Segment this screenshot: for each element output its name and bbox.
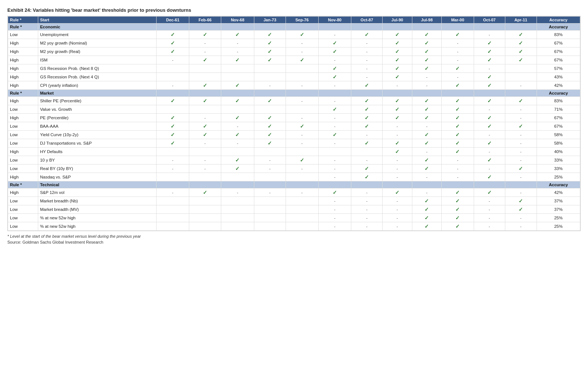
dash-indicator: -: [426, 175, 428, 179]
table-row: Low% at new 52w high---✓✓--25%: [8, 214, 580, 222]
row-data-cell: -: [505, 105, 537, 114]
row-accuracy: 40%: [537, 148, 580, 156]
row-data-cell: ✓: [221, 97, 254, 105]
checkmark-icon: ✓: [455, 115, 460, 121]
section-data-cell: [474, 24, 505, 31]
table-row: LowMarket breadth (MV)---✓✓-✓37%: [8, 205, 580, 214]
checkmark-icon: ✓: [365, 166, 369, 171]
table-row: LowUnemployment✓✓✓✓✓-✓✓✓✓-✓83%: [8, 31, 580, 39]
row-data-cell: -: [351, 214, 383, 222]
row-data-cell: ✓: [412, 156, 441, 164]
row-data-cell: -: [254, 81, 286, 90]
checkmark-icon: ✓: [519, 198, 523, 204]
row-data-cell: ✓: [383, 97, 412, 105]
row-data-cell: ✓: [189, 97, 221, 105]
table-row: HighPE (Percentile)✓-✓✓--✓✓✓✓✓-67%: [8, 114, 580, 122]
dash-indicator: -: [334, 216, 336, 220]
row-data-cell: -: [351, 47, 383, 56]
section-accuracy-header: Accuracy: [537, 181, 580, 188]
dash-indicator: -: [269, 190, 270, 195]
dash-indicator: -: [301, 141, 303, 145]
row-name: BAA-AAA: [38, 122, 156, 131]
row-data-cell: -: [189, 39, 221, 47]
row-accuracy: 67%: [537, 122, 580, 131]
row-data-cell: -: [318, 81, 351, 90]
checkmark-icon: ✓: [268, 32, 272, 38]
checkmark-icon: ✓: [395, 66, 399, 71]
row-data-cell: [254, 73, 286, 81]
row-data-cell: ✓: [383, 105, 412, 114]
row-data-cell: -: [351, 39, 383, 47]
row-data-cell: -: [221, 188, 254, 197]
row-data-cell: ✓: [221, 56, 254, 64]
row-data-cell: ✓: [412, 64, 441, 73]
row-data-cell: ✓: [474, 39, 505, 47]
row-data-cell: -: [505, 131, 537, 139]
checkmark-icon: ✓: [455, 98, 460, 104]
row-data-cell: [286, 205, 319, 214]
checkmark-icon: ✓: [203, 32, 207, 38]
row-data-cell: -: [318, 97, 351, 105]
row-data-cell: -: [505, 148, 537, 156]
checkmark-icon: ✓: [235, 98, 240, 104]
row-data-cell: -: [442, 39, 474, 47]
dash-indicator: -: [334, 158, 336, 162]
row-name: Real BY (10y BY): [38, 164, 156, 173]
checkmark-icon: ✓: [300, 57, 304, 63]
row-data-cell: -: [383, 214, 412, 222]
row-data-cell: -: [351, 131, 383, 139]
row-data-cell: -: [474, 214, 505, 222]
row-rule: High: [8, 188, 38, 197]
row-data-cell: [157, 197, 189, 205]
checkmark-icon: ✓: [171, 32, 175, 38]
row-data-cell: -: [286, 188, 319, 197]
dash-indicator: -: [301, 190, 303, 195]
row-data-cell: ✓: [412, 131, 441, 139]
section-data-cell: [254, 181, 286, 188]
checkmark-icon: ✓: [487, 49, 492, 54]
exhibit-title: Exhibit 24: Variables hitting 'bear mark…: [7, 7, 581, 13]
checkmark-icon: ✓: [395, 57, 399, 63]
row-data-cell: ✓: [157, 139, 189, 148]
dash-indicator: -: [366, 158, 368, 162]
section-data-cell: [474, 181, 505, 188]
row-data-cell: ✓: [254, 97, 286, 105]
row-data-cell: -: [286, 139, 319, 148]
row-data-cell: [505, 64, 537, 73]
checkmark-icon: ✓: [365, 82, 369, 88]
row-data-cell: [221, 205, 254, 214]
row-data-cell: -: [505, 173, 537, 181]
dash-indicator: -: [489, 199, 490, 203]
checkmark-icon: ✓: [487, 190, 492, 195]
col-oct87: Oct-87: [351, 17, 383, 24]
section-name: Technical: [38, 181, 156, 188]
row-data-cell: -: [442, 47, 474, 56]
row-data-cell: ✓: [383, 31, 412, 39]
table-row: HighShiller PE (Percentile)✓✓✓✓--✓✓✓✓✓✓8…: [8, 97, 580, 105]
row-data-cell: [318, 148, 351, 156]
row-accuracy: 83%: [537, 31, 580, 39]
row-data-cell: ✓: [412, 197, 441, 205]
dash-indicator: -: [489, 149, 490, 154]
row-data-cell: -: [157, 156, 189, 164]
checkmark-icon: ✓: [365, 140, 369, 146]
row-data-cell: -: [318, 205, 351, 214]
row-data-cell: -: [383, 122, 412, 131]
row-accuracy: 37%: [537, 205, 580, 214]
row-data-cell: ✓: [442, 139, 474, 148]
row-data-cell: ✓: [505, 56, 537, 64]
row-data-cell: ✓: [505, 31, 537, 39]
section-data-cell: [383, 181, 412, 188]
dash-indicator: -: [301, 41, 303, 45]
checkmark-icon: ✓: [455, 140, 460, 146]
row-data-cell: [189, 148, 221, 156]
row-data-cell: ✓: [383, 39, 412, 47]
row-rule: High: [8, 148, 38, 156]
section-data-cell: [505, 24, 537, 31]
section-data-cell: [318, 24, 351, 31]
row-data-cell: ✓: [254, 139, 286, 148]
row-data-cell: ✓: [318, 105, 351, 114]
row-data-cell: [221, 222, 254, 231]
row-data-cell: [254, 205, 286, 214]
section-rule: Rule *: [8, 181, 38, 188]
